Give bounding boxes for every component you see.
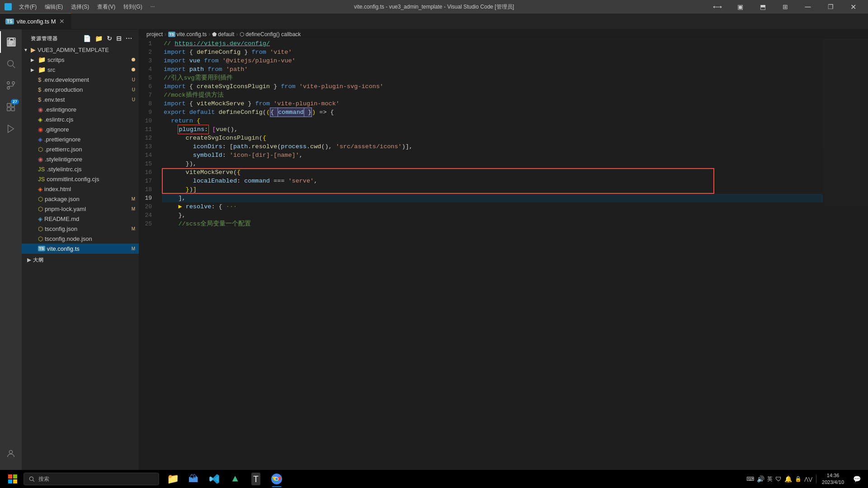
refresh-icon[interactable]: ↻ [106,34,113,43]
tray-keyboard[interactable]: ⌨ [746,476,754,482]
sidebar-item-env-test[interactable]: ▶ $ .env.test U [22,94,139,104]
tray-security[interactable]: 🛡 [775,475,782,483]
breadcrumb-file[interactable]: TS vite.config.ts [168,31,207,38]
layout-icon[interactable]: ▣ [730,0,750,14]
sidebar-item-scritps[interactable]: ▶ 📁 scritps [22,55,139,65]
code-line-14: symbolId: 'icon-[dir]-[name]', [162,151,823,160]
activity-account[interactable] [0,445,22,466]
ln8: 8 [139,99,157,108]
badge-u-test: U [132,97,139,102]
breadcrumb-callback[interactable]: ⬡ defineConfig() callback [240,31,301,38]
code-line-24: }, [162,211,823,220]
code-line-18: })] [162,185,823,194]
activity-extensions[interactable] [0,96,22,118]
tray-notification[interactable]: 🔔 [784,475,792,483]
breadcrumb-sep3: › [236,31,238,38]
taskbar-search[interactable]: 搜索 [24,473,159,485]
sidebar-item-eslintignore[interactable]: ▶ ◉ .eslintignore [22,104,139,114]
collapse-icon[interactable]: ⊟ [115,34,123,43]
code-line-7: //mock插件提供方法 [162,91,823,99]
new-file-icon[interactable]: 📄 [82,34,92,43]
sidebar-item-stylelintrc[interactable]: ▶ JS .stylelintrc.cjs [22,164,139,174]
start-button[interactable] [4,470,22,488]
ln18: 18 [139,185,157,194]
breadcrumb-default[interactable]: ⬟ default [212,31,234,38]
root-folder[interactable]: ▼ ▶ VUE3_ADMIN_TEMPLATE [22,45,139,55]
menu-view[interactable]: 查看(V) [94,2,119,12]
taskbar-app-file-explorer[interactable]: 📁 [163,470,183,488]
sidebar-item-eslintrc[interactable]: ▶ ◈ .eslintrc.cjs [22,114,139,124]
menu-goto[interactable]: 转到(G) [120,2,146,12]
sidebar-item-env-prod[interactable]: ▶ $ .env.production U [22,84,139,94]
sidebar-item-commitlint[interactable]: ▶ JS commitlint.config.cjs [22,174,139,184]
env-prod-icon: $ [38,86,41,93]
taskbar: 搜索 📁 🏔 ▲ T [0,470,868,488]
sidebar-item-stylelintignore[interactable]: ▶ ◉ .stylelintignore [22,154,139,164]
sidebar-item-vite-config[interactable]: ▶ TS vite.config.ts M [22,244,139,253]
sidebar-actions[interactable]: 📄 📁 ↻ ⊟ ··· [82,34,133,43]
activity-run[interactable] [0,118,22,140]
sidebar-item-package-json[interactable]: ▶ ⬡ package.json M [22,194,139,204]
svg-rect-9 [11,108,14,111]
sidebar-item-gitignore[interactable]: ▶ ◉ .gitignore [22,124,139,134]
customize-icon[interactable]: ⊞ [775,0,796,14]
menu-file[interactable]: 文件(F) [15,2,40,12]
activity-search[interactable] [0,53,22,75]
close-btn[interactable]: ✕ [843,0,863,14]
notification-btn[interactable]: 💬 [849,475,864,483]
panel-icon[interactable]: ⬒ [752,0,773,14]
taskbar-app-image[interactable]: 🏔 [184,470,203,488]
restore-btn[interactable]: ❐ [820,0,841,14]
code-line-3: import vue from '@vitejs/plugin-vue' [162,56,823,65]
minimap [823,39,868,478]
sidebar-item-env-dev[interactable]: ▶ $ .env.development U [22,75,139,84]
sidebar-item-src[interactable]: ▶ 📁 src [22,65,139,75]
item-label-index-html: index.html [44,186,139,192]
menu-edit[interactable]: 编辑(E) [41,2,66,12]
tab-close-btn[interactable]: ✕ [58,17,66,26]
sidebar-item-pnpm-lock[interactable]: ▶ ⬡ pnpm-lock.yaml M [22,204,139,214]
tray-updown[interactable]: ⋀⋁ [804,476,812,482]
breadcrumb-project[interactable]: project [146,31,163,38]
code-line-4: import path from 'path' [162,65,823,74]
taskbar-clock[interactable]: 14:36 2023/4/10 [818,472,848,486]
svg-rect-17 [8,479,12,483]
taskbar-app-terminal[interactable]: T [246,470,266,488]
ln10: 10 [139,117,157,125]
badge-m-tsconfig: M [132,226,139,231]
tray-ime-en[interactable]: 英 [767,475,773,483]
ln22: 25 [139,220,157,228]
tab-vite-config[interactable]: TS vite.config.ts M ✕ [0,13,71,29]
menu-select[interactable]: 选择(S) [67,2,93,12]
folder-arrow: ▶ [31,57,38,62]
taskbar-apps: 📁 🏔 ▲ T [163,470,287,488]
activity-bar [0,29,22,488]
sidebar-item-tsconfig-node[interactable]: ▶ ⬡ tsconfig.node.json [22,234,139,244]
sidebar-item-prettierrc[interactable]: ▶ ⬡ .prettierrc.json [22,144,139,154]
outline-section: ▶ 大纲 [22,253,139,266]
sidebar-item-readme[interactable]: ▶ ◈ README.md [22,214,139,224]
minimize-btn[interactable]: ─ [797,0,818,14]
more-icon[interactable]: ··· [125,34,133,43]
taskbar-app-chrome[interactable] [267,470,287,488]
code-editor[interactable]: // https://vitejs.dev/config/ import { d… [162,39,823,478]
outline-header[interactable]: ▶ 大纲 [22,254,139,266]
sidebar-item-tsconfig[interactable]: ▶ ⬡ tsconfig.json M [22,224,139,234]
svg-rect-18 [13,479,17,483]
activity-scm[interactable] [0,75,22,96]
new-folder-icon[interactable]: 📁 [94,34,104,43]
menu-more[interactable]: ··· [147,2,159,12]
activity-explorer[interactable] [0,31,22,53]
menu-bar[interactable]: 文件(F) 编辑(E) 选择(S) 查看(V) 转到(G) ··· [15,2,159,12]
eslintrc-icon: ◈ [38,116,42,123]
code-line-11: plugins: [vue(), [162,125,823,134]
sidebar-item-prettierignore[interactable]: ▶ ◈ .prettierignore [22,134,139,144]
code-line-12: createSvgIconsPlugin({ [162,134,823,142]
taskbar-app-vue[interactable]: ▲ [225,470,245,488]
taskbar-app-vscode[interactable] [204,470,224,488]
remote-icon[interactable]: ⟷ [707,0,728,14]
tray-volume[interactable]: 🔊 [757,475,764,483]
tray-lock[interactable]: 🔒 [795,476,802,482]
sidebar-item-index-html[interactable]: ▶ ◈ index.html [22,184,139,194]
modified-dot-src [132,68,135,71]
